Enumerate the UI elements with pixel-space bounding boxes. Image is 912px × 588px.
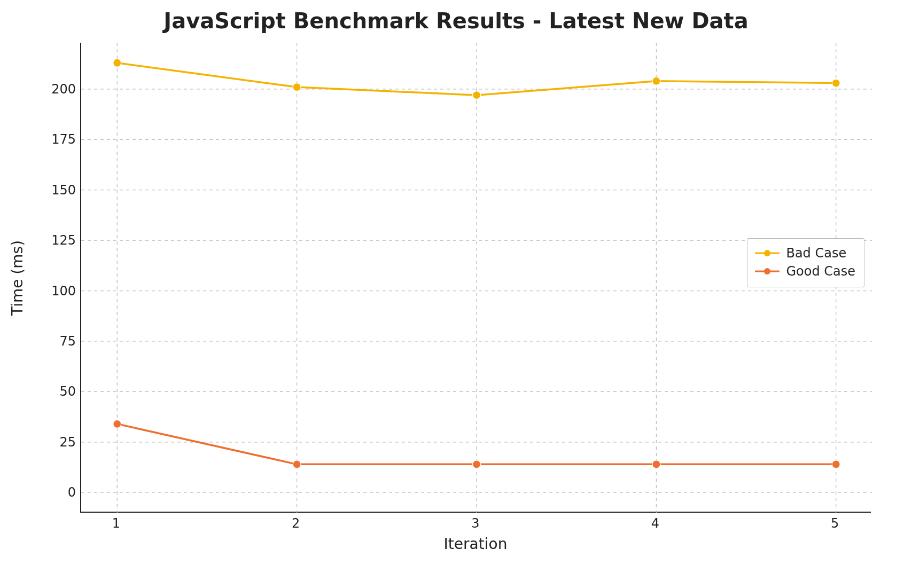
legend-entry: Good Case	[755, 262, 855, 280]
y-tick-label: 175	[33, 132, 76, 147]
x-tick-label: 4	[651, 516, 659, 531]
svg-point-23	[832, 460, 840, 468]
svg-point-17	[652, 77, 660, 85]
legend-swatch	[755, 266, 780, 277]
x-tick-label: 2	[292, 516, 300, 531]
y-tick-label: 200	[33, 82, 76, 97]
svg-point-22	[652, 460, 660, 468]
y-tick-label: 0	[33, 485, 76, 500]
x-tick-label: 1	[112, 516, 120, 531]
y-tick-label: 25	[33, 435, 76, 450]
chart-figure: JavaScript Benchmark Results - Latest Ne…	[0, 0, 912, 588]
svg-point-16	[473, 91, 481, 99]
legend-swatch	[755, 248, 780, 258]
chart-title: JavaScript Benchmark Results - Latest Ne…	[0, 9, 912, 33]
y-tick-label: 75	[33, 334, 76, 349]
y-axis-label: Time (ms)	[10, 43, 26, 513]
y-tick-label: 50	[33, 384, 76, 399]
y-tick-label: 100	[33, 284, 76, 299]
svg-point-21	[473, 460, 481, 468]
x-tick-label: 3	[471, 516, 479, 531]
legend-entry: Bad Case	[755, 244, 855, 262]
svg-point-15	[293, 83, 301, 91]
svg-point-18	[832, 79, 840, 87]
svg-point-14	[113, 59, 121, 67]
x-tick-label: 5	[831, 516, 839, 531]
y-tick-label: 125	[33, 233, 76, 248]
y-tick-label: 150	[33, 183, 76, 198]
svg-point-19	[113, 420, 121, 428]
legend-label: Bad Case	[786, 244, 846, 262]
x-axis-label: Iteration	[80, 535, 871, 553]
legend: Bad CaseGood Case	[747, 238, 864, 287]
svg-point-20	[293, 460, 301, 468]
legend-label: Good Case	[786, 262, 855, 280]
